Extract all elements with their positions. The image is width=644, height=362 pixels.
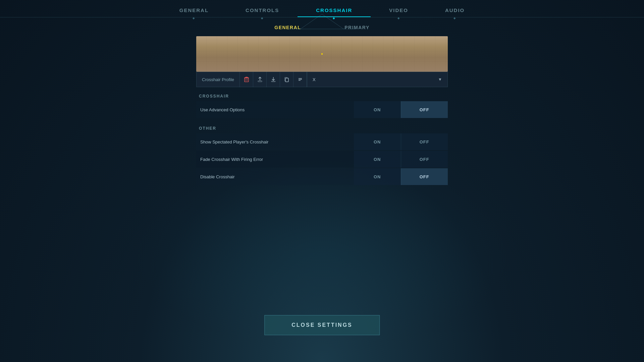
tab-video[interactable]: VIDEO <box>371 3 427 17</box>
disable-crosshair-on-button[interactable]: On <box>354 168 401 185</box>
svg-rect-6 <box>246 77 248 78</box>
show-spectated-crosshair-row: Show Spectated Player's Crosshair On Off <box>196 133 448 150</box>
crosshair-section-header: CROSSHAIR <box>196 88 448 101</box>
crosshair-dot <box>321 53 323 55</box>
settings-container: GENERAL CONTROLS CROSSHAIR VIDEO AUDIO G… <box>0 0 644 362</box>
profile-actions <box>239 72 307 87</box>
tab-controls[interactable]: CONTROLS <box>227 3 298 17</box>
subtab-primary[interactable]: PRIMARY <box>344 25 370 30</box>
show-spectated-crosshair-off-button[interactable]: Off <box>401 133 448 150</box>
subtab-general[interactable]: GENERAL <box>274 25 301 30</box>
other-section-header: OTHER <box>196 120 448 133</box>
crosshair-section: CROSSHAIR Use Advanced Options On Off <box>196 88 448 119</box>
svg-rect-2 <box>245 78 249 82</box>
disable-crosshair-row: Disable Crosshair On Off <box>196 168 448 185</box>
delete-profile-button[interactable] <box>240 72 253 87</box>
tab-general[interactable]: GENERAL <box>161 3 227 17</box>
tab-crosshair[interactable]: CROSSHAIR <box>298 3 371 17</box>
other-section: OTHER Show Spectated Player's Crosshair … <box>196 120 448 186</box>
use-advanced-options-row: Use Advanced Options On Off <box>196 101 448 118</box>
import-profile-button[interactable] <box>267 72 280 87</box>
svg-rect-7 <box>258 81 262 82</box>
profile-bar: Crosshair Profile <box>196 72 448 87</box>
profile-selected-value: X <box>313 77 316 82</box>
show-spectated-crosshair-on-button[interactable]: On <box>354 133 401 150</box>
fade-crosshair-label: Fade Crosshair With Firing Error <box>196 157 354 162</box>
use-advanced-options-off-button[interactable]: Off <box>401 101 448 118</box>
crosshair-preview <box>196 36 448 72</box>
paste-profile-button[interactable] <box>293 72 307 87</box>
export-profile-button[interactable] <box>253 72 267 87</box>
profile-label: Crosshair Profile <box>197 77 239 82</box>
show-spectated-crosshair-toggle: On Off <box>354 133 448 150</box>
disable-crosshair-label: Disable Crosshair <box>196 174 354 179</box>
use-advanced-options-on-button[interactable]: On <box>354 101 401 118</box>
copy-profile-button[interactable] <box>280 72 293 87</box>
fade-crosshair-off-button[interactable]: Off <box>401 151 448 168</box>
svg-rect-9 <box>285 78 288 82</box>
disable-crosshair-toggle: On Off <box>354 168 448 185</box>
main-content: Crosshair Profile <box>196 36 448 187</box>
disable-crosshair-off-button[interactable]: Off <box>401 168 448 185</box>
close-settings-button[interactable]: CLOSE SETTINGS <box>264 315 380 335</box>
use-advanced-options-toggle: On Off <box>354 101 448 118</box>
sub-nav: GENERAL PRIMARY <box>196 19 448 34</box>
fade-crosshair-toggle: On Off <box>354 151 448 168</box>
profile-select[interactable]: X ▼ <box>307 72 447 87</box>
close-button-container: CLOSE SETTINGS <box>264 315 380 335</box>
use-advanced-options-label: Use Advanced Options <box>196 107 354 112</box>
top-nav: GENERAL CONTROLS CROSSHAIR VIDEO AUDIO <box>0 0 644 17</box>
fade-crosshair-row: Fade Crosshair With Firing Error On Off <box>196 151 448 168</box>
show-spectated-crosshair-label: Show Spectated Player's Crosshair <box>196 139 354 144</box>
fade-crosshair-on-button[interactable]: On <box>354 151 401 168</box>
svg-rect-8 <box>271 81 275 82</box>
tab-audio[interactable]: AUDIO <box>427 3 483 17</box>
dropdown-arrow-icon: ▼ <box>438 77 442 82</box>
